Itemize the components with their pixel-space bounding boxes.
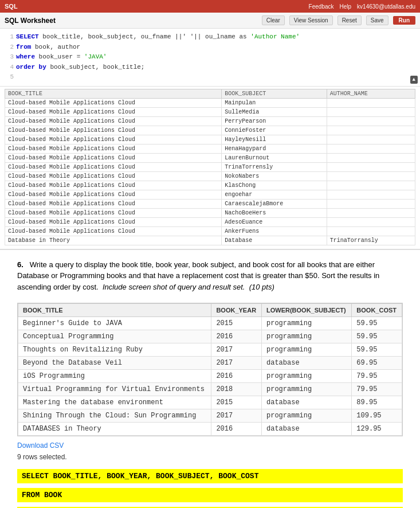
small-table-row: Cloud-based Mobile Applications CloudMai… (5, 98, 415, 107)
small-table-row: Cloud-based Mobile Applications CloudSul… (5, 107, 415, 116)
small-table-row: Cloud-based Mobile Applications CloudNok… (5, 171, 415, 181)
worksheet-title: SQL Worksheet (5, 17, 56, 25)
user-email: kv14630@utdallas.edu (357, 3, 415, 10)
download-section: Download CSV (17, 441, 403, 450)
table-row: Shining Through the Cloud: Sun Programmi… (18, 409, 402, 423)
table-row: Conceptual Programming2016programming59.… (18, 330, 402, 343)
sql-block-select: SELECT BOOK_TITLE, BOOK_YEAR, BOOK_SUBJE… (17, 469, 403, 483)
feedback-link[interactable]: Feedback (309, 3, 334, 10)
scroll-indicator: ▲ (410, 76, 418, 84)
small-table-row: Cloud-based Mobile Applications CloudHay… (5, 135, 415, 144)
small-table-row: Cloud-based Mobile Applications CloudHen… (5, 144, 415, 153)
table-row: iOS Programming2016programming79.95 (18, 370, 402, 383)
small-table-row: Cloud-based Mobile Applications CloudCon… (5, 126, 415, 135)
col-lower-book-subject: LOWER(BOOK_SUBJECT) (261, 304, 351, 317)
run-button[interactable]: Run (393, 16, 415, 25)
small-table-row: Cloud-based Mobile Applications CloudTri… (5, 162, 415, 171)
small-table-row: Cloud-based Mobile Applications CloudCar… (5, 199, 415, 208)
small-table-row: Cloud-based Mobile Applications CloudKla… (5, 181, 415, 190)
table-row: Mastering the database environment2015da… (18, 396, 402, 409)
table-row: Thoughts on Revitalizing Ruby2017program… (18, 343, 402, 357)
small-table-row: Cloud-based Mobile Applications CloudLau… (5, 153, 415, 162)
small-table-row: Cloud-based Mobile Applications Cloudeng… (5, 190, 415, 199)
small-col-book-subject: BOOK_SUBJECT (222, 89, 327, 98)
small-col-author-name: AUTHOR_NAME (327, 89, 415, 98)
sql-block-from: FROM BOOK (17, 488, 403, 502)
top-bar-right: Feedback Help kv14630@utdallas.edu (309, 3, 415, 10)
result-table: BOOK_TITLE BOOK_YEAR LOWER(BOOK_SUBJECT)… (18, 303, 402, 436)
small-results-section: BOOK_TITLE BOOK_SUBJECT AUTHOR_NAME Clou… (0, 87, 420, 250)
save-button[interactable]: Save (366, 15, 388, 25)
table-row: Virtual Programming for Virtual Environm… (18, 383, 402, 396)
small-col-book-title: BOOK_TITLE (5, 89, 222, 98)
small-table-row: Cloud-based Mobile Applications CloudAnk… (5, 226, 415, 236)
top-bar: SQL Feedback Help kv14630@utdallas.edu (0, 0, 420, 13)
download-csv-link[interactable]: Download CSV (17, 441, 64, 450)
question-instruction: Include screen shot of query and result … (103, 283, 245, 291)
small-table-row: Cloud-based Mobile Applications CloudNac… (5, 208, 415, 217)
clear-button[interactable]: Clear (262, 15, 285, 25)
main-content: 6. Write a query to display the book tit… (0, 250, 420, 508)
rows-selected: 9 rows selected. (17, 453, 403, 461)
editor-line-1: 1 SELECT book_title, book_subject, ou_fn… (6, 32, 414, 42)
sql-highlight-wrapper: SELECT BOOK_TITLE, BOOK_YEAR, BOOK_SUBJE… (17, 461, 403, 508)
reset-button[interactable]: Reset (337, 15, 362, 25)
top-bar-left: SQL (5, 3, 18, 10)
table-row: Beyond the Database Veil2017database69.9… (18, 357, 402, 370)
result-table-wrapper: BOOK_TITLE BOOK_YEAR LOWER(BOOK_SUBJECT)… (17, 303, 403, 436)
editor-line-5: 5 (6, 72, 414, 83)
table-row: DATABASES in Theory2016database129.95 (18, 423, 402, 436)
question-number: 6. (17, 260, 23, 269)
col-book-year: BOOK_YEAR (211, 304, 262, 317)
editor-line-2: 2 from book, author (6, 42, 414, 53)
help-link[interactable]: Help (340, 3, 352, 10)
sql-editor[interactable]: 1 SELECT book_title, book_subject, ou_fn… (0, 29, 420, 87)
view-session-button[interactable]: View Session (289, 15, 333, 25)
editor-line-4: 4 order by book_subject, book_title; (6, 62, 414, 73)
small-table-row: Database in TheoryDatabaseTrinaTorransly (5, 236, 415, 245)
app-label: SQL (5, 3, 18, 10)
small-table-row: Cloud-based Mobile Applications CloudPer… (5, 116, 415, 126)
col-book-cost: BOOK_COST (352, 304, 402, 317)
col-book-title: BOOK_TITLE (18, 304, 211, 317)
question-6: 6. Write a query to display the book tit… (17, 259, 403, 293)
editor-line-3: 3 where book_user = 'JAVA' (6, 52, 414, 62)
toolbar: SQL Worksheet Clear View Session Reset S… (0, 13, 420, 29)
question-points: (10 pts) (249, 283, 274, 291)
table-row: Beginner's Guide to JAVA2015programming5… (18, 317, 402, 330)
small-results-table: BOOK_TITLE BOOK_SUBJECT AUTHOR_NAME Clou… (5, 89, 415, 245)
small-table-row: Cloud-based Mobile Applications CloudAde… (5, 217, 415, 226)
